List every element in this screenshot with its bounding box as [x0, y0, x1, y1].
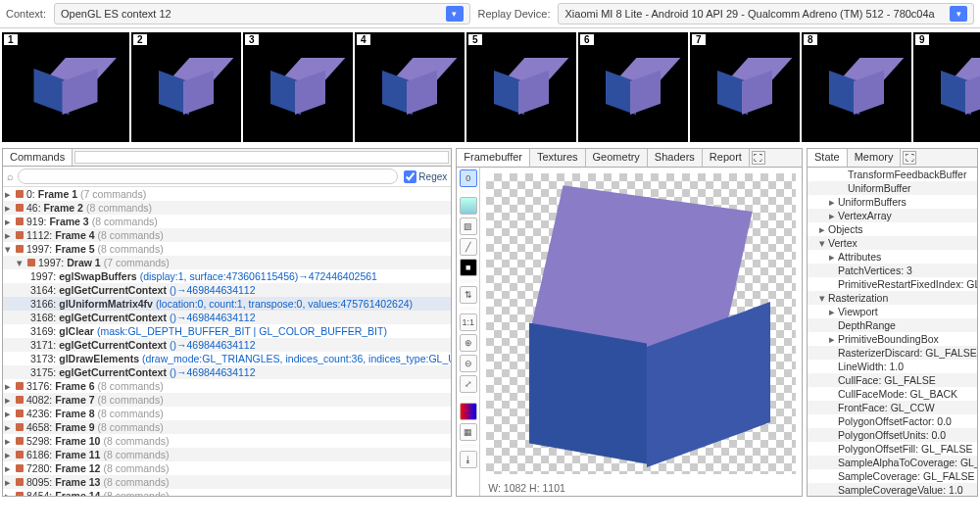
color-channel-icon[interactable] — [460, 197, 477, 215]
tab-state[interactable]: State — [808, 149, 848, 167]
checker-icon[interactable]: ▦ — [460, 423, 477, 441]
frame-thumbnail[interactable]: 7 — [690, 32, 800, 142]
frame-badge: 4 — [357, 34, 370, 45]
render-target-0[interactable]: 0 — [460, 169, 477, 187]
regex-checkbox[interactable] — [404, 170, 416, 183]
tree-node[interactable]: ▸ 4658: Frame 9 (8 commands) — [3, 420, 451, 434]
zoom-in-icon[interactable]: ⊕ — [460, 334, 477, 352]
context-label: Context: — [6, 8, 46, 20]
zoom-fit-icon[interactable]: ⤢ — [460, 375, 477, 393]
state-node[interactable]: PatchVertices: 3 — [808, 264, 977, 277]
palette-icon[interactable] — [460, 403, 477, 420]
state-tabs: StateMemory⛶ — [808, 149, 977, 168]
state-node[interactable]: ▸Objects — [808, 222, 977, 236]
state-node[interactable]: ▾Rasterization — [808, 291, 977, 305]
commands-filter: ⌕ Regex — [3, 167, 451, 187]
flip-y-icon[interactable]: ⇅ — [460, 286, 477, 304]
frame-thumbnail[interactable]: 6 — [578, 32, 688, 142]
tab-memory[interactable]: Memory — [848, 149, 902, 167]
tree-node[interactable]: ▸ 0: Frame 1 (7 commands) — [3, 187, 451, 201]
state-panel: StateMemory⛶ TransformFeedbackBufferUnif… — [807, 148, 978, 497]
state-node[interactable]: ▸PrimitiveBoundingBox — [808, 332, 977, 346]
frame-thumbnail[interactable]: 2 — [131, 32, 241, 142]
frame-thumbnail[interactable]: 4 — [355, 32, 465, 142]
expand-icon[interactable]: ⛶ — [903, 151, 916, 165]
diagonal-icon[interactable]: ╱ — [460, 238, 477, 256]
frame-thumbnail[interactable]: 3 — [243, 32, 353, 142]
solid-icon[interactable]: ■ — [460, 259, 477, 276]
zoom-out-icon[interactable]: ⊖ — [460, 355, 477, 372]
state-node[interactable]: DepthRange — [808, 318, 977, 332]
tree-node[interactable]: ▸ 46: Frame 2 (8 commands) — [3, 201, 451, 215]
state-node[interactable]: UniformBuffer — [808, 181, 977, 195]
frame-thumbnail[interactable]: 9 — [913, 32, 980, 142]
framebuffer-tabs: FramebufferTexturesGeometryShadersReport… — [457, 149, 802, 168]
state-node[interactable]: SampleCoverage: GL_FALSE — [808, 469, 977, 483]
tree-node[interactable]: ▸ 8095: Frame 13 (8 commands) — [3, 475, 451, 489]
fit-1to1-icon[interactable]: 1:1 — [460, 314, 477, 331]
download-icon[interactable]: ⭳ — [460, 451, 477, 468]
expand-icon[interactable]: ⛶ — [752, 151, 765, 165]
state-node[interactable]: ▸Viewport — [808, 305, 977, 318]
tree-node[interactable]: 3169: glClear(mask:GL_DEPTH_BUFFER_BIT |… — [3, 324, 451, 338]
framebuffer-toolbar: 0 ▨ ╱ ■ ⇅ 1:1 ⊕ ⊖ ⤢ ▦ ⭳ — [457, 168, 480, 496]
tree-node[interactable]: 3173: glDrawElements(draw_mode:GL_TRIANG… — [3, 352, 451, 365]
tree-node[interactable]: 1997: eglSwapBuffers(display:1, surface:… — [3, 269, 451, 283]
tree-node[interactable]: ▾ 1997: Draw 1 (7 commands) — [3, 256, 451, 269]
state-node[interactable]: ▾Vertex — [808, 236, 977, 250]
tree-node[interactable]: ▸ 6186: Frame 11 (8 commands) — [3, 448, 451, 461]
state-node[interactable]: TransformFeedbackBuffer — [808, 168, 977, 181]
wireframe-icon[interactable]: ▨ — [460, 217, 477, 235]
state-node[interactable]: PolygonOffsetFactor: 0.0 — [808, 414, 977, 428]
frame-thumbnail[interactable]: 1 — [2, 32, 129, 142]
commands-tree[interactable]: ▸ 0: Frame 1 (7 commands)▸ 46: Frame 2 (… — [3, 187, 451, 496]
state-node[interactable]: ▸VertexArray — [808, 209, 977, 222]
tree-node[interactable]: ▸ 7280: Frame 12 (8 commands) — [3, 461, 451, 475]
frame-badge: 5 — [468, 34, 482, 45]
tab-commands[interactable]: Commands — [3, 149, 73, 166]
tree-node[interactable]: ▸ 1112: Frame 4 (8 commands) — [3, 228, 451, 242]
tree-node[interactable]: 3168: eglGetCurrentContext()→46984463411… — [3, 311, 451, 324]
tab-geometry[interactable]: Geometry — [586, 149, 648, 167]
replay-device-select[interactable]: Xiaomi MI 8 Lite - Android 10 API 29 - Q… — [558, 3, 974, 24]
tree-node[interactable]: 3171: eglGetCurrentContext()→46984463411… — [3, 338, 451, 352]
tree-node[interactable]: 3166: glUniformMatrix4fv(location:0, cou… — [3, 297, 451, 311]
state-tree[interactable]: TransformFeedbackBufferUniformBuffer▸Uni… — [808, 168, 977, 496]
state-node[interactable]: FrontFace: GL_CCW — [808, 401, 977, 414]
state-node[interactable]: PolygonOffsetFill: GL_FALSE — [808, 442, 977, 456]
commands-tabs: Commands — [3, 149, 451, 167]
tab-shaders[interactable]: Shaders — [648, 149, 703, 167]
tree-node[interactable]: ▸ 919: Frame 3 (8 commands) — [3, 215, 451, 228]
frame-badge: 1 — [4, 34, 18, 45]
state-node[interactable]: ▸Attributes — [808, 250, 977, 264]
tree-node[interactable]: ▸ 3176: Frame 6 (8 commands) — [3, 379, 451, 393]
regex-toggle[interactable]: Regex — [404, 170, 447, 183]
state-node[interactable]: RasterizerDiscard: GL_FALSE — [808, 346, 977, 360]
frame-thumbnail[interactable]: 5 — [466, 32, 576, 142]
state-node[interactable]: ▸UniformBuffers — [808, 195, 977, 209]
tab-framebuffer[interactable]: Framebuffer — [457, 149, 530, 167]
tree-node[interactable]: ▸ 4082: Frame 7 (8 commands) — [3, 393, 451, 407]
context-select[interactable]: OpenGL ES context 12 ▾ — [54, 3, 470, 24]
state-node[interactable]: SampleAlphaToCoverage: GL_FALSE — [808, 456, 977, 469]
frame-thumbnail[interactable]: 8 — [802, 32, 911, 142]
tree-node[interactable]: ▸ 5298: Frame 10 (8 commands) — [3, 434, 451, 448]
tree-node[interactable]: ▸ 4236: Frame 8 (8 commands) — [3, 407, 451, 420]
state-node[interactable]: PolygonOffsetUnits: 0.0 — [808, 428, 977, 442]
tree-node[interactable]: ▾ 1997: Frame 5 (8 commands) — [3, 242, 451, 256]
tab-report[interactable]: Report — [703, 149, 750, 167]
commands-quick-input[interactable] — [74, 151, 449, 164]
tree-node[interactable]: 3175: eglGetCurrentContext()→46984463411… — [3, 365, 451, 379]
state-node[interactable]: SampleCoverageValue: 1.0 — [808, 483, 977, 496]
state-node[interactable]: PrimitiveRestartFixedIndex: GL_FALSE — [808, 277, 977, 291]
tree-node[interactable]: ▸ 8454: Frame 14 (8 commands) — [3, 489, 451, 496]
tree-node[interactable]: 3164: eglGetCurrentContext()→46984463411… — [3, 283, 451, 297]
tab-textures[interactable]: Textures — [530, 149, 586, 167]
state-node[interactable]: CullFace: GL_FALSE — [808, 373, 977, 387]
state-node[interactable]: CullFaceMode: GL_BACK — [808, 387, 977, 401]
frame-badge: 7 — [692, 34, 706, 45]
state-node[interactable]: LineWidth: 1.0 — [808, 360, 977, 373]
search-icon: ⌕ — [7, 170, 14, 182]
framebuffer-image[interactable] — [486, 173, 796, 474]
commands-search-input[interactable] — [18, 169, 398, 184]
